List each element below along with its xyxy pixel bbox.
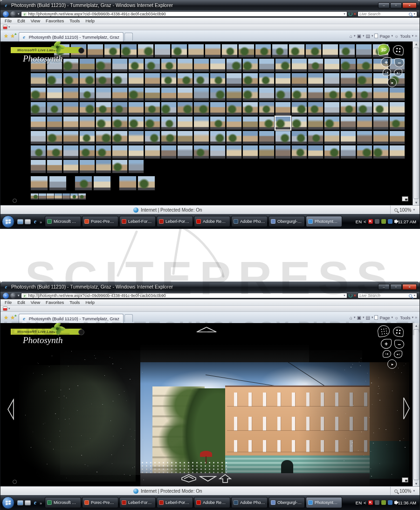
photo-thumbnail[interactable] — [145, 145, 160, 159]
photo-thumbnail[interactable] — [161, 88, 176, 101]
photo-thumbnail[interactable] — [357, 117, 372, 130]
zoom-dropdown[interactable]: ▾ — [413, 208, 415, 212]
switch-windows-icon[interactable] — [25, 500, 31, 505]
taskbar-button[interactable]: Obergurgl-P... — [269, 216, 305, 227]
photo-thumbnail[interactable] — [80, 73, 95, 86]
photo-thumbnail[interactable] — [210, 73, 225, 86]
print-dropdown[interactable]: ▾ — [372, 316, 373, 319]
feed-icon[interactable]: ▣ — [357, 34, 361, 39]
show-desktop-icon[interactable] — [17, 500, 23, 505]
page-menu[interactable]: Page — [379, 315, 390, 320]
minimize-button[interactable]: – — [378, 284, 390, 290]
photo-thumbnail[interactable] — [210, 145, 225, 159]
zoom-out-button[interactable]: − — [394, 340, 404, 349]
menu-tools[interactable]: Tools — [67, 18, 83, 23]
photo-thumbnail[interactable] — [178, 131, 193, 144]
photo-thumbnail[interactable] — [357, 73, 372, 86]
ie-quicklaunch-icon[interactable]: e — [32, 500, 38, 506]
photo-thumbnail[interactable] — [243, 117, 258, 130]
start-button[interactable] — [2, 496, 14, 509]
photo-thumbnail[interactable] — [341, 117, 356, 130]
photo-thumbnail[interactable] — [292, 73, 307, 86]
network-tray-icon[interactable] — [388, 500, 392, 505]
photo-thumbnail[interactable] — [31, 88, 46, 101]
photo-thumbnail[interactable] — [104, 44, 120, 57]
photo-thumbnail[interactable] — [227, 117, 241, 130]
title-bar[interactable]: e Photosynth (Build 11210) - Tummelplatz… — [0, 0, 420, 10]
photo-thumbnail[interactable] — [308, 117, 323, 130]
history-dropdown[interactable]: ▾ — [18, 12, 20, 16]
photo-thumbnail[interactable] — [49, 176, 66, 190]
photo-thumbnail[interactable] — [194, 102, 209, 115]
photo-thumbnail[interactable] — [324, 73, 339, 86]
photo-thumbnail[interactable] — [259, 102, 274, 115]
photo-thumbnail[interactable] — [259, 88, 274, 101]
photo-thumbnail[interactable] — [155, 44, 170, 57]
pdf-toolbar-icon[interactable] — [3, 306, 7, 311]
refresh-icon[interactable] — [349, 294, 352, 297]
photo-thumbnail[interactable] — [357, 145, 372, 159]
photo-thumbnail[interactable] — [39, 193, 46, 200]
taskbar-button[interactable]: Microsoft Ex... — [45, 497, 81, 508]
photo-thumbnail[interactable] — [341, 131, 356, 144]
utility-tray-icon[interactable] — [381, 500, 386, 505]
photo-thumbnail[interactable] — [62, 193, 70, 200]
switch-windows-icon[interactable] — [25, 219, 31, 224]
tools-dropdown[interactable]: ▾ — [412, 34, 413, 38]
photo-thumbnail[interactable] — [324, 131, 339, 144]
menu-favorites[interactable]: Favorites — [43, 300, 67, 305]
photo-thumbnail[interactable] — [259, 131, 274, 144]
photo-thumbnail[interactable] — [112, 102, 127, 115]
tray-collapse-icon[interactable]: < — [364, 500, 366, 505]
info-badge-icon[interactable] — [13, 199, 17, 203]
photo-thumbnail[interactable] — [275, 131, 290, 144]
photo-thumbnail[interactable] — [324, 102, 339, 115]
start-button[interactable] — [2, 215, 14, 228]
scrollbar-thumb[interactable] — [413, 48, 419, 199]
photo-thumbnail[interactable] — [96, 145, 111, 159]
ie-quicklaunch-icon[interactable]: e — [32, 219, 38, 225]
photo-thumbnail[interactable] — [373, 117, 388, 130]
taskbar-button[interactable]: Leberl-Porec... — [157, 216, 193, 227]
photo-thumbnail[interactable] — [275, 102, 290, 115]
pdf-toolbar-dropdown[interactable]: ▾ — [8, 307, 10, 310]
photo-thumbnail[interactable] — [390, 131, 405, 144]
photo-thumbnail[interactable] — [324, 88, 339, 101]
page-menu[interactable]: Page — [379, 34, 390, 39]
photo-thumbnail[interactable] — [138, 176, 155, 190]
photo-thumbnail[interactable] — [289, 44, 304, 57]
photo-thumbnail[interactable] — [292, 145, 307, 159]
url-input[interactable] — [28, 12, 343, 16]
photo-thumbnail[interactable] — [129, 117, 144, 130]
photo-thumbnail[interactable] — [275, 145, 290, 159]
previous-photo-button[interactable]: I◄ — [383, 350, 391, 358]
photo-thumbnail[interactable] — [308, 131, 323, 144]
photo-thumbnail[interactable] — [145, 59, 160, 72]
photo-thumbnail[interactable] — [63, 102, 78, 115]
photo-thumbnail[interactable] — [210, 131, 225, 144]
photo-thumbnail[interactable] — [356, 44, 372, 57]
photo-thumbnail[interactable] — [78, 193, 86, 200]
photo-thumbnail[interactable] — [259, 59, 274, 72]
photo-thumbnail[interactable] — [47, 193, 54, 200]
back-button[interactable]: ← — [3, 293, 9, 299]
taskbar-button[interactable]: Leberl-Porec... — [157, 497, 193, 508]
play-slideshow-button[interactable]: ► — [387, 359, 397, 369]
menu-file[interactable]: File — [2, 300, 14, 305]
photo-thumbnail[interactable] — [306, 44, 321, 57]
photo-thumbnail[interactable] — [112, 160, 127, 173]
scroll-down-icon[interactable]: ▼ — [413, 201, 420, 204]
photo-thumbnail[interactable] — [96, 131, 111, 144]
photo-thumbnail[interactable] — [119, 176, 136, 190]
scroll-down-icon[interactable]: ▼ — [413, 482, 420, 485]
photo-thumbnail[interactable] — [80, 102, 95, 115]
photo-thumbnail[interactable] — [75, 176, 92, 190]
taskbar-button[interactable]: Photosynth (... — [306, 497, 342, 508]
search-icon[interactable] — [409, 13, 412, 16]
photo-thumbnail[interactable] — [112, 117, 127, 130]
photo-thumbnail[interactable] — [341, 145, 356, 159]
search-icon[interactable] — [409, 294, 412, 297]
tray-collapse-icon[interactable]: < — [364, 219, 366, 224]
photo-thumbnail[interactable] — [55, 193, 62, 200]
photo-thumbnail[interactable] — [145, 88, 160, 101]
